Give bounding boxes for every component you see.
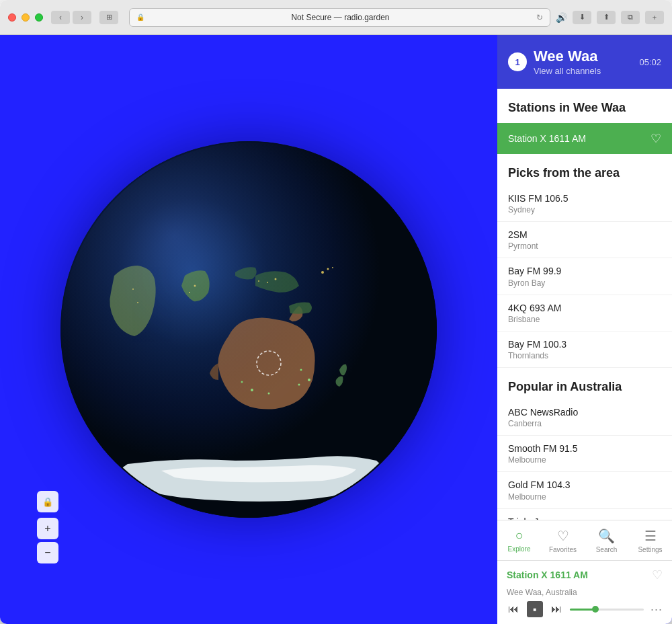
explore-label: Explore [508,545,531,553]
station-name: Smooth FM 91.5 [508,442,661,455]
station-name: Gold FM 104.3 [508,479,661,491]
station-name: ABC NewsRadio [508,406,661,418]
station-name: Bay FM 100.3 [508,338,661,350]
player-controls: ⏮ ■ ⏭ ··· [507,601,663,617]
stations-section-title: Stations in Wee Waa [497,89,672,123]
lock-map-button[interactable]: 🔒 [37,491,58,512]
nav-search[interactable]: 🔍 Search [585,520,628,560]
progress-bar-container[interactable] [570,609,644,611]
titlebar: ‹ › ⊞ 🔒 Not Secure — radio.garden ↻ 🔊 ⬇ … [0,0,672,35]
stop-button[interactable]: ■ [527,601,543,617]
zoom-in-button[interactable]: + [37,518,58,539]
list-item[interactable]: Triple J Sydney [497,509,672,520]
stop-icon: ■ [534,607,537,613]
active-station-item[interactable]: Station X 1611 AM ♡ [497,123,672,154]
next-button[interactable]: ⏭ [550,602,563,617]
now-playing-top: Station X 1611 AM ♡ [507,568,663,582]
zoom-out-button[interactable]: − [37,542,58,563]
nav-explore[interactable]: ○ Explore [497,520,541,560]
list-item[interactable]: 4KQ 693 AM Brisbane [497,295,672,332]
progress-dot [592,606,599,613]
forward-button[interactable]: › [73,11,91,24]
now-playing-bar: Station X 1611 AM ♡ Wee Waa, Australia ⏮… [497,560,672,624]
volume-icon[interactable]: 🔊 [556,12,567,23]
traffic-lights [8,13,43,22]
duplicate-button[interactable]: ⧉ [621,11,640,24]
station-name: KIIS FM 106.5 [508,192,661,204]
now-playing-favorite-icon[interactable]: ♡ [652,568,663,582]
url-text: Not Secure — radio.garden [149,13,532,22]
svg-point-19 [62,143,435,516]
list-item[interactable]: Bay FM 100.3 Thornlands [497,332,672,368]
station-location: Byron Bay [508,278,661,288]
picks-section-title: Picks from the area [497,154,672,186]
close-button[interactable] [8,13,16,22]
settings-label: Settings [638,546,662,553]
prev-button[interactable]: ⏮ [507,602,520,617]
panel-time: 05:02 [639,57,661,67]
explore-icon: ○ [515,528,523,543]
lock-icon: 🔒 [42,497,53,507]
station-location: Canberra [508,419,661,428]
reload-icon[interactable]: ↻ [536,13,543,22]
new-tab-button[interactable]: + [645,11,664,24]
station-location: Melbourne [508,455,661,465]
list-item[interactable]: 2SM Pyrmont [497,222,672,258]
station-name: 4KQ 693 AM [508,302,661,314]
list-item[interactable]: Gold FM 104.3 Melbourne [497,472,672,508]
progress-bar[interactable] [570,609,644,611]
download-button[interactable]: ⬇ [573,11,591,24]
list-item[interactable]: Smooth FM 91.5 Melbourne [497,436,672,472]
map-controls: 🔒 + − [37,491,58,563]
favorite-icon[interactable]: ♡ [650,131,661,146]
view-all-channels-link[interactable]: View all channels [534,66,632,76]
list-item[interactable]: KIIS FM 106.5 Sydney [497,186,672,222]
station-list[interactable]: Stations in Wee Waa Station X 1611 AM ♡ … [497,89,672,520]
station-name: 2SM [508,229,661,241]
more-button[interactable]: ··· [650,602,663,617]
active-station-name: Station X 1611 AM [508,133,586,144]
search-icon: 🔍 [598,528,615,544]
minimize-button[interactable] [22,13,30,22]
station-location: Sydney [508,205,661,214]
address-bar[interactable]: 🔒 Not Secure — radio.garden ↻ [129,8,550,27]
back-button[interactable]: ‹ [51,11,70,24]
content-area: 🔒 + − 1 Wee Waa View all channels 05:02 … [0,35,672,624]
nav-settings[interactable]: ☰ Settings [628,520,672,560]
panel-bottom: ○ Explore ♡ Favorites 🔍 Search ☰ Setting… [497,520,672,624]
sidebar-toggle-button[interactable]: ⊞ [99,11,118,24]
globe-area[interactable]: 🔒 + − [0,35,497,624]
lock-icon: 🔒 [136,13,144,21]
maximize-button[interactable] [35,13,43,22]
popular-section-title: Popular in Australia [497,368,672,399]
search-label: Search [596,546,618,553]
station-name: Triple J [508,516,661,520]
favorites-icon: ♡ [557,528,569,544]
favorites-label: Favorites [549,546,577,553]
station-name: Bay FM 99.9 [508,265,661,277]
list-item[interactable]: ABC NewsRadio Canberra [497,399,672,436]
toolbar-right: 🔊 ⬇ ⬆ ⧉ + [556,11,664,24]
settings-icon: ☰ [644,528,657,544]
now-playing-station: Station X 1611 AM [507,570,588,580]
bottom-nav: ○ Explore ♡ Favorites 🔍 Search ☰ Setting… [497,520,672,560]
list-item[interactable]: Bay FM 99.9 Byron Bay [497,258,672,295]
nav-favorites[interactable]: ♡ Favorites [541,520,585,560]
now-playing-location: Wee Waa, Australia [507,588,663,597]
nav-buttons: ‹ › [51,11,91,24]
right-panel: 1 Wee Waa View all channels 05:02 Statio… [497,35,672,624]
panel-header: 1 Wee Waa View all channels 05:02 [497,35,672,89]
globe[interactable] [60,141,437,518]
share-button[interactable]: ⬆ [597,11,616,24]
city-name: Wee Waa [534,48,632,65]
location-badge: 1 [508,52,527,71]
station-location: Thornlands [508,351,661,360]
station-location: Melbourne [508,492,661,502]
station-location: Brisbane [508,315,661,324]
station-location: Pyrmont [508,241,661,251]
panel-header-info: Wee Waa View all channels [534,48,632,75]
